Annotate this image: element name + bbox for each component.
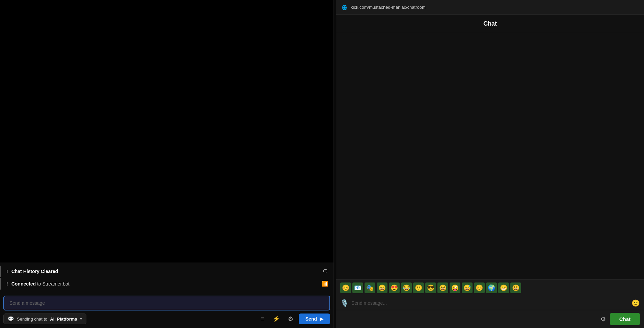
platform-prefix: Sending chat to — [17, 317, 47, 322]
message-row: ! Chat History Cleared ⏱ — [0, 266, 333, 277]
chat-bubble-icon: 💬 — [8, 316, 14, 322]
emote-item[interactable]: 😊 — [474, 282, 485, 293]
microphone-icon[interactable]: 🎙️ — [340, 299, 349, 307]
emote-item[interactable]: 😃 — [510, 282, 521, 293]
url-bar: kick.com/mustached-maniac/chatroom — [351, 5, 426, 10]
send-label: Send — [305, 316, 317, 322]
right-message-input[interactable] — [351, 300, 629, 306]
emote-item[interactable]: 😄 — [377, 282, 387, 293]
platform-name: All Platforms — [50, 317, 77, 322]
panel-divider — [333, 0, 336, 328]
emoji-button[interactable]: 🙂 — [632, 299, 640, 307]
list-button[interactable]: ≡ — [258, 314, 267, 325]
emote-item[interactable]: 😁 — [498, 282, 509, 293]
emote-item[interactable]: 😍 — [389, 282, 400, 293]
exclamation-icon: ! — [6, 281, 8, 287]
exclamation-icon: ! — [6, 269, 8, 274]
emote-item[interactable]: 😆 — [437, 282, 448, 293]
wifi-icon: 📶 — [321, 280, 328, 287]
emote-item[interactable]: 🌍 — [486, 282, 497, 293]
right-chat-button[interactable]: Chat — [610, 313, 640, 325]
emote-item[interactable]: 😊 — [340, 282, 351, 293]
message-text: Connected to Streamer.bot — [11, 281, 319, 287]
right-emote-bar: 😊 📧 🎭 😄 😍 😂 🙂 😎 😆 😜 😅 😊 🌍 😁 😃 — [336, 279, 644, 296]
message-list: ! Chat History Cleared ⏱ ! Connected to … — [0, 263, 333, 293]
emote-item[interactable]: 😂 — [401, 282, 412, 293]
left-panel: ! Chat History Cleared ⏱ ! Connected to … — [0, 0, 333, 328]
right-bottom-bar: ⚙ Chat — [336, 310, 644, 328]
send-arrow-icon: ▶ — [320, 316, 323, 322]
emote-item[interactable]: 😅 — [462, 282, 473, 293]
right-panel: 🌐 kick.com/mustached-maniac/chatroom Cha… — [336, 0, 644, 328]
right-settings-button[interactable]: ⚙ — [600, 316, 606, 323]
chat-heading: Chat — [342, 20, 639, 27]
message-text: Chat History Cleared — [11, 269, 320, 274]
toolbar-right: ≡ ⚡ ⚙ Send ▶ — [258, 313, 330, 325]
right-chat-messages — [336, 33, 644, 279]
right-input-row: 🎙️ 🙂 — [336, 296, 644, 310]
globe-icon: 🌐 — [342, 5, 347, 10]
stream-area — [0, 0, 333, 263]
message-input[interactable] — [3, 296, 330, 310]
right-chat-title: Chat — [336, 15, 644, 33]
emote-item[interactable]: 📧 — [352, 282, 363, 293]
chevron-down-icon: ▾ — [80, 317, 82, 321]
emote-item[interactable]: 😜 — [450, 282, 460, 293]
emote-item[interactable]: 🎭 — [365, 282, 375, 293]
settings-button[interactable]: ⚙ — [285, 313, 296, 325]
message-input-wrapper — [3, 296, 330, 310]
emote-item[interactable]: 😎 — [425, 282, 436, 293]
send-button[interactable]: Send ▶ — [299, 314, 330, 324]
right-header: 🌐 kick.com/mustached-maniac/chatroom — [336, 0, 644, 15]
filter-button[interactable]: ⚡ — [270, 313, 283, 325]
platform-selector[interactable]: 💬 Sending chat to All Platforms ▾ — [3, 314, 86, 324]
history-icon: ⏱ — [323, 268, 328, 274]
emote-item[interactable]: 🙂 — [413, 282, 424, 293]
message-row: ! Connected to Streamer.bot 📶 — [0, 278, 333, 290]
left-toolbar: 💬 Sending chat to All Platforms ▾ ≡ ⚡ ⚙ … — [3, 313, 330, 325]
left-input-area: 💬 Sending chat to All Platforms ▾ ≡ ⚡ ⚙ … — [0, 293, 333, 328]
